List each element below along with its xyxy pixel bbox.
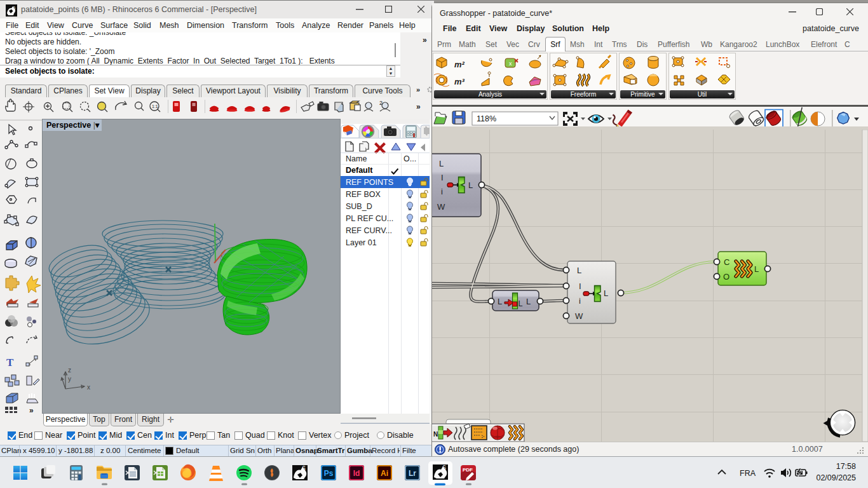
svg-text:»: » xyxy=(29,406,34,413)
svg-text:i: i xyxy=(441,187,443,196)
svg-text:REF CURV...: REF CURV... xyxy=(346,226,392,235)
svg-text:17:58: 17:58 xyxy=(836,462,856,471)
svg-text:FRA: FRA xyxy=(740,469,756,478)
svg-text:I: I xyxy=(579,281,581,291)
svg-text:L: L xyxy=(754,264,759,274)
svg-text:Lr: Lr xyxy=(409,469,416,478)
svg-text:T: T xyxy=(6,356,14,369)
svg-text:m³: m³ xyxy=(454,77,465,86)
svg-text:2: 2 xyxy=(379,100,383,106)
svg-text:L: L xyxy=(526,297,531,306)
svg-text:Id: Id xyxy=(353,469,360,478)
svg-text:6: 6 xyxy=(442,464,446,471)
svg-text:SUB_D: SUB_D xyxy=(346,202,372,211)
svg-text:m²: m² xyxy=(454,60,465,69)
svg-text:W: W xyxy=(437,202,445,212)
svg-text:6: 6 xyxy=(302,465,306,472)
svg-text:Ps: Ps xyxy=(324,469,334,478)
svg-text:PL REF CU...: PL REF CU... xyxy=(346,214,393,223)
svg-text:1:1: 1:1 xyxy=(152,104,158,109)
svg-text:L: L xyxy=(439,159,444,168)
svg-text:W: W xyxy=(575,311,583,321)
svg-text:N: N xyxy=(433,431,438,438)
svg-text:L: L xyxy=(519,299,523,308)
svg-text:L: L xyxy=(604,288,608,298)
svg-text:118%: 118% xyxy=(477,114,496,123)
svg-text:L: L xyxy=(577,266,581,275)
svg-text:»: » xyxy=(416,102,421,111)
svg-text:x: x xyxy=(87,384,90,391)
svg-text:z: z xyxy=(68,367,71,374)
svg-text:O: O xyxy=(723,272,729,281)
svg-text:REF BOX: REF BOX xyxy=(346,190,381,199)
svg-text:y: y xyxy=(68,376,71,383)
svg-text:REF POINTS: REF POINTS xyxy=(346,178,393,187)
svg-text:Layer 01: Layer 01 xyxy=(346,238,377,247)
svg-text:I: I xyxy=(441,173,444,182)
svg-text:Name: Name xyxy=(346,154,367,163)
svg-text:C: C xyxy=(724,257,729,267)
svg-text:i: i xyxy=(579,296,581,306)
svg-text:Default: Default xyxy=(346,166,373,175)
svg-text:PDF: PDF xyxy=(463,467,473,473)
svg-text:x: x xyxy=(509,60,512,67)
svg-text:02/09/2025: 02/09/2025 xyxy=(816,473,856,482)
svg-text:L: L xyxy=(468,180,473,190)
svg-text:L: L xyxy=(498,297,502,306)
svg-text:6: 6 xyxy=(13,5,16,11)
svg-text:O...: O... xyxy=(403,154,416,163)
svg-text:Ai: Ai xyxy=(381,469,388,478)
